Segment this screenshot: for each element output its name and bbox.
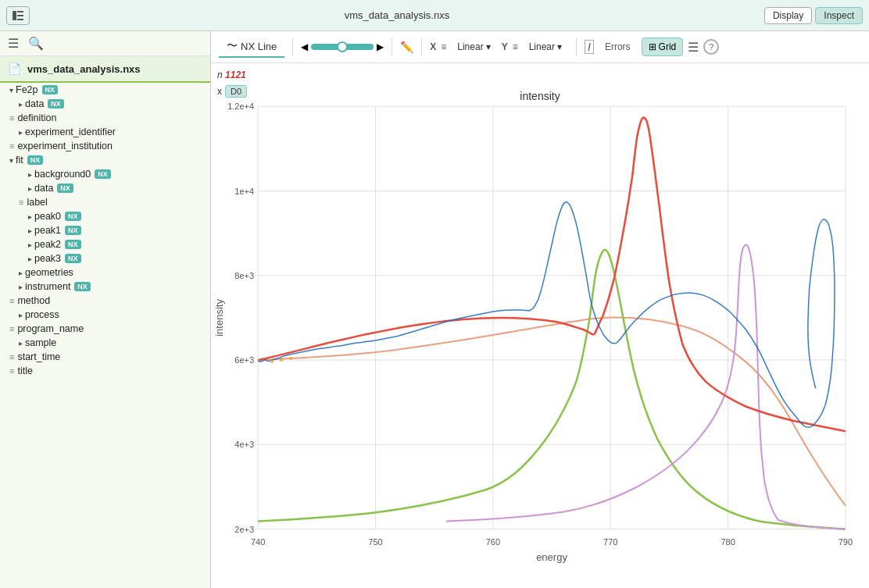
sidebar-item-label: start_time xyxy=(17,351,60,362)
sidebar-item-experiment_institution[interactable]: ≡experiment_institution xyxy=(0,139,210,153)
nx-badge: NX xyxy=(74,282,91,291)
svg-text:1.2e+4: 1.2e+4 xyxy=(227,102,254,111)
chart-content: n 1121 x D0 intensity xyxy=(211,63,869,588)
stack-icon: ≡ xyxy=(19,198,23,207)
sidebar-icon xyxy=(12,9,24,22)
nx-badge: NX xyxy=(65,254,81,263)
sidebar-item-label: label xyxy=(27,197,47,208)
chevron-icon: ▸ xyxy=(28,170,32,179)
nx-badge: NX xyxy=(27,155,44,165)
sidebar-item-start_time[interactable]: ≡start_time xyxy=(0,350,210,364)
sidebar-item-instrument[interactable]: ▸instrumentNX xyxy=(0,280,210,294)
sidebar-item-geometries[interactable]: ▸geometries xyxy=(0,265,210,280)
curve-data xyxy=(258,202,835,428)
frame-slider[interactable] xyxy=(311,44,374,50)
inspect-button[interactable]: Inspect xyxy=(815,7,863,24)
curve-violet xyxy=(446,245,846,529)
sidebar-item-label: definition xyxy=(17,112,56,123)
sidebar-item-peak3[interactable]: ▸peak3NX xyxy=(0,251,210,265)
more-options-icon[interactable]: ☰ xyxy=(688,40,699,55)
chevron-icon: ▸ xyxy=(28,212,32,221)
display-button[interactable]: Display xyxy=(764,7,812,24)
sidebar-item-peak0[interactable]: ▸peak0NX xyxy=(0,209,210,223)
sidebar-item-fe2p[interactable]: ▾Fe2pNX xyxy=(0,83,210,97)
stack-icon: ≡ xyxy=(9,366,14,376)
svg-text:2e+3: 2e+3 xyxy=(234,525,254,534)
toolbar: 〜 NX Line ◀ ▶ ✏️ X ≡ Linear ▾ Y ≡ xyxy=(211,31,869,63)
nx-line-tab[interactable]: 〜 NX Line xyxy=(219,36,284,58)
help-icon[interactable]: ? xyxy=(703,39,719,55)
sidebar-item-label: process xyxy=(25,309,59,320)
nx-badge: NX xyxy=(95,169,111,179)
svg-rect-1 xyxy=(17,11,23,12)
svg-text:8e+3: 8e+3 xyxy=(234,271,254,280)
y-scale-button[interactable]: Linear ▾ xyxy=(523,39,568,55)
toolbar-separator xyxy=(292,37,293,56)
sidebar-item-data2[interactable]: ▸dataNX xyxy=(0,181,210,195)
sidebar-item-sample[interactable]: ▸sample xyxy=(0,336,210,350)
y-scale-chevron: ▾ xyxy=(557,41,562,52)
sidebar-item-experiment_identifier[interactable]: ▸experiment_identifier xyxy=(0,125,210,139)
sidebar-item-label: experiment_institution xyxy=(17,141,113,151)
grid-button[interactable]: ⊞ Grid xyxy=(642,37,684,56)
slider-handle xyxy=(337,41,348,52)
x-axis-label: X xyxy=(430,41,436,52)
sidebar-item-peak2[interactable]: ▸peak2NX xyxy=(0,237,210,251)
sidebar-item-data[interactable]: ▸dataNX xyxy=(0,97,210,111)
sidebar-item-label: data xyxy=(25,98,44,109)
svg-point-31 xyxy=(280,358,283,362)
sidebar-item-background0[interactable]: ▸background0NX xyxy=(0,167,210,181)
sidebar-item-definition[interactable]: ≡definition xyxy=(0,111,210,125)
chevron-icon: ▸ xyxy=(28,184,32,193)
edit-icon[interactable]: ✏️ xyxy=(400,41,413,53)
sidebar-item-label: Fe2p xyxy=(16,84,38,95)
stack-icon: ≡ xyxy=(9,352,14,362)
nx-badge: NX xyxy=(65,212,81,221)
svg-text:energy: energy xyxy=(536,551,567,563)
playback-controls: ◀ ▶ xyxy=(301,41,384,52)
sidebar-item-label[interactable]: ≡label xyxy=(0,195,210,209)
svg-text:1e+4: 1e+4 xyxy=(234,187,254,196)
sidebar-item-fit[interactable]: ▾fitNX xyxy=(0,153,210,167)
toolbar-sep-3 xyxy=(421,37,422,56)
sidebar-item-program_name[interactable]: ≡program_name xyxy=(0,322,210,336)
main-layout: ☰ 🔍 📄 vms_data_analysis.nxs ▾Fe2pNX▸data… xyxy=(0,31,869,588)
x-axis-lines-icon: ≡ xyxy=(441,41,446,52)
svg-text:780: 780 xyxy=(721,537,735,547)
hamburger-icon[interactable]: ☰ xyxy=(8,36,19,51)
chevron-icon: ▸ xyxy=(28,241,32,249)
svg-text:4e+3: 4e+3 xyxy=(234,440,254,449)
sidebar-toggle-button[interactable] xyxy=(6,6,30,25)
svg-text:intensity: intensity xyxy=(213,299,225,337)
sidebar-item-title[interactable]: ≡title xyxy=(0,364,210,378)
grid-icon: ⊞ xyxy=(649,41,656,52)
stack-icon: ≡ xyxy=(9,296,14,305)
sidebar-item-method[interactable]: ≡method xyxy=(0,294,210,308)
chevron-icon: ▸ xyxy=(28,226,32,235)
chevron-icon: ▸ xyxy=(19,100,23,109)
top-bar-right: Display Inspect xyxy=(764,7,863,24)
sidebar-item-label: peak3 xyxy=(34,253,61,264)
svg-rect-2 xyxy=(17,15,23,16)
chart-area: 〜 NX Line ◀ ▶ ✏️ X ≡ Linear ▾ Y ≡ xyxy=(211,31,869,588)
chart-svg: intensity 1.2e+4 1e+4 8e+3 xyxy=(211,63,869,588)
prev-frame-icon[interactable]: ◀ xyxy=(301,41,308,52)
next-frame-icon[interactable]: ▶ xyxy=(377,41,384,52)
chevron-icon: ▸ xyxy=(19,128,23,137)
chevron-icon: ▸ xyxy=(19,283,23,291)
sidebar-item-label: program_name xyxy=(17,323,84,334)
chevron-icon: ▸ xyxy=(19,311,23,319)
sidebar-item-process[interactable]: ▸process xyxy=(0,308,210,322)
sidebar-top-icons: ☰ 🔍 xyxy=(0,31,210,56)
sidebar-item-label: method xyxy=(17,295,50,306)
errors-i-icon: I xyxy=(585,40,594,54)
svg-point-30 xyxy=(270,360,274,363)
x-scale-button[interactable]: Linear ▾ xyxy=(451,39,496,55)
search-icon[interactable]: 🔍 xyxy=(28,36,44,51)
chevron-icon: ▾ xyxy=(9,86,13,94)
errors-button[interactable]: Errors xyxy=(599,39,637,55)
sidebar-item-peak1[interactable]: ▸peak1NX xyxy=(0,223,210,237)
file-icon: 📄 xyxy=(8,62,21,75)
sidebar-header: 📄 vms_data_analysis.nxs xyxy=(0,56,210,83)
svg-text:6e+3: 6e+3 xyxy=(234,355,254,365)
